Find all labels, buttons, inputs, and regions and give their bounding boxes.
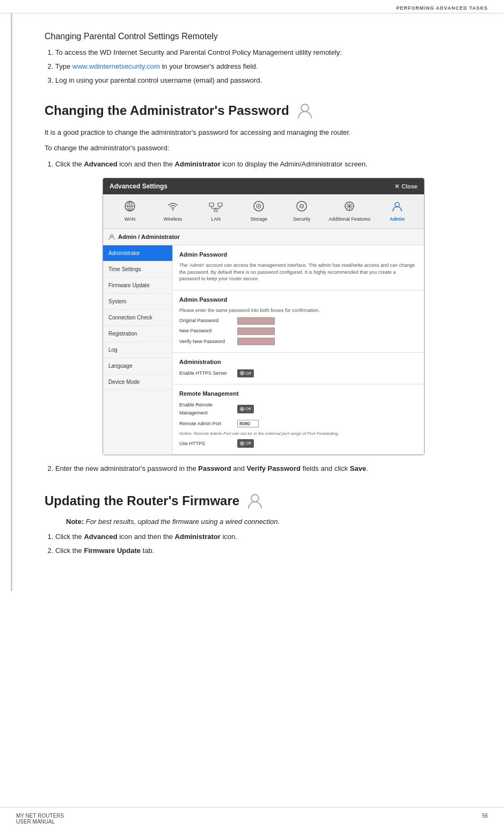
footer-manual: USER MANUAL xyxy=(16,819,64,825)
new-password-input[interactable] xyxy=(237,327,275,335)
remote-port-input[interactable] xyxy=(237,420,259,427)
panel-title: Advanced Settings xyxy=(109,181,167,192)
svg-point-23 xyxy=(251,494,259,502)
toggle-dot3 xyxy=(240,441,244,446)
page-content: Changing Parental Control Settings Remot… xyxy=(11,13,504,591)
sidebar-item-system[interactable]: System xyxy=(103,294,172,310)
remote-mgmt-row: Enable Remote Management Off xyxy=(179,401,418,418)
panel-close-button[interactable]: ✕ Close xyxy=(395,181,418,192)
panel-section-title: Admin / Administrator xyxy=(118,232,180,242)
firmware-admin-icon xyxy=(246,492,264,510)
section1-list: To access the WD Internet Security and P… xyxy=(55,47,472,86)
section3-container: Updating the Router's Firmware Note: For… xyxy=(45,492,472,557)
verify-password-label: Verify New Password xyxy=(179,338,233,346)
note-label: Note: xyxy=(66,518,84,526)
sidebar-item-device-mode[interactable]: Device Mode xyxy=(103,374,172,390)
nav-item-additional[interactable]: Additional Features xyxy=(328,199,370,223)
close-label: Close xyxy=(401,181,418,192)
section2-intro1: It is a good practice to change the admi… xyxy=(45,127,472,139)
svg-point-0 xyxy=(301,104,309,112)
nav-item-storage[interactable]: Storage xyxy=(243,199,275,223)
toggle-dot2 xyxy=(240,407,244,411)
nav-item-wireless[interactable]: Wireless xyxy=(157,199,189,223)
form-section2-desc: Please enter the same password into both… xyxy=(179,307,418,314)
globe-icon xyxy=(122,199,137,214)
new-password-row: New Password xyxy=(179,327,418,335)
sidebar-item-administrator[interactable]: Administrator xyxy=(103,245,172,261)
verify-password-input[interactable] xyxy=(237,338,275,345)
panel-body: Administrator Time Settings Firmware Upd… xyxy=(103,245,424,455)
nav-admin-label: Admin xyxy=(390,215,405,223)
panel-titlebar: Advanced Settings ✕ Close xyxy=(103,178,424,194)
section1-title: Changing Parental Control Settings Remot… xyxy=(45,32,472,41)
https-value: Off xyxy=(245,370,251,377)
use-https-label: Use HTTPS xyxy=(179,440,233,448)
https-toggle[interactable]: Off xyxy=(237,369,254,378)
wifi-icon xyxy=(165,199,180,214)
form-section-remote-mgmt: Remote Management Enable Remote Manageme… xyxy=(173,384,424,455)
nav-security-label: Security xyxy=(293,215,311,223)
form-section2-title: Admin Password xyxy=(179,295,418,305)
admin-screenshot-panel: Advanced Settings ✕ Close WAN xyxy=(103,178,425,455)
original-password-input[interactable] xyxy=(237,317,275,325)
remote-port-row: Remote Admin Port xyxy=(179,420,418,428)
nav-wan-label: WAN xyxy=(125,215,136,223)
header-title: PERFORMING ADVANCED TASKS xyxy=(396,5,488,11)
nav-item-security[interactable]: Security xyxy=(286,199,318,223)
section3-title: Updating the Router's Firmware xyxy=(45,493,239,508)
nav-additional-label: Additional Features xyxy=(328,215,370,223)
wdinternetsecurity-link[interactable]: www.wdinternetsecurity.com xyxy=(72,62,160,70)
sidebar-item-firmware-update[interactable]: Firmware Update xyxy=(103,278,172,294)
remote-section-title: Remote Management xyxy=(179,389,418,399)
panel-section-header: Admin / Administrator xyxy=(103,229,424,246)
sidebar-item-language[interactable]: Language xyxy=(103,358,172,374)
verify-password-row: Verify New Password xyxy=(179,338,418,346)
section3-heading: Updating the Router's Firmware xyxy=(45,492,472,510)
section3-step2: Click the Firmware Update tab. xyxy=(55,545,472,557)
nav-admin-icon xyxy=(390,199,405,214)
note-text: For best results, upload the firmware us… xyxy=(86,518,280,526)
section2-heading: Changing the Administrator's Password xyxy=(45,101,472,120)
section2-title: Changing the Administrator's Password xyxy=(45,103,289,118)
svg-rect-6 xyxy=(209,203,214,206)
panel-nav: WAN Wireless LAN xyxy=(103,194,424,228)
sidebar-item-registration[interactable]: Registration xyxy=(103,326,172,342)
security-icon xyxy=(294,199,309,214)
form-section-administration: Administration Enable HTTPS Server Off xyxy=(173,353,424,384)
section2-step1: Click the Advanced icon and then the Adm… xyxy=(55,158,472,455)
remote-port-notice: Notice: Remote Admin Port can not be in … xyxy=(179,430,418,438)
nav-item-admin[interactable]: Admin xyxy=(381,199,413,223)
toggle-dot xyxy=(240,371,244,375)
svg-point-21 xyxy=(395,202,399,207)
remote-mgmt-toggle[interactable]: Off xyxy=(237,405,254,413)
sidebar-item-connection-check[interactable]: Connection Check xyxy=(103,310,172,326)
list-item: Type www.wdinternetsecurity.com in your … xyxy=(55,61,472,72)
admin-section-title: Administration xyxy=(179,357,418,367)
section2-steps: Click the Advanced icon and then the Adm… xyxy=(55,158,472,475)
original-password-row: Original Password xyxy=(179,317,418,325)
remote-mgmt-label: Enable Remote Management xyxy=(179,401,233,418)
footer-page-number: 56 xyxy=(482,813,488,825)
storage-icon xyxy=(251,199,266,214)
nav-item-wan[interactable]: WAN xyxy=(114,199,146,223)
admin-section-icon xyxy=(108,234,115,240)
svg-point-5 xyxy=(172,209,173,210)
section3-step1: Click the Advanced icon and then the Adm… xyxy=(55,531,472,543)
new-password-label: New Password xyxy=(179,327,233,335)
https-server-label: Enable HTTPS Server xyxy=(179,369,233,377)
panel-main-content: Admin Password The 'Admin' account can a… xyxy=(173,245,424,455)
nav-lan-label: LAN xyxy=(211,215,221,223)
svg-point-15 xyxy=(258,206,260,207)
https-server-row: Enable HTTPS Server Off xyxy=(179,369,418,378)
footer-left: MY NET ROUTERS USER MANUAL xyxy=(16,813,64,825)
sidebar-item-time-settings[interactable]: Time Settings xyxy=(103,261,172,278)
form-section-admin-password-info: Admin Password The 'Admin' account can a… xyxy=(173,245,424,290)
section2-step2: Enter the new administrator's password i… xyxy=(55,463,472,475)
use-https-value: Off xyxy=(245,440,251,447)
section3-steps: Click the Advanced icon and then the Adm… xyxy=(55,531,472,557)
sidebar-item-log[interactable]: Log xyxy=(103,342,172,358)
nav-item-lan[interactable]: LAN xyxy=(200,199,232,223)
use-https-toggle[interactable]: Off xyxy=(237,439,254,448)
nav-wireless-label: Wireless xyxy=(164,215,182,223)
admin-icon xyxy=(296,101,314,120)
